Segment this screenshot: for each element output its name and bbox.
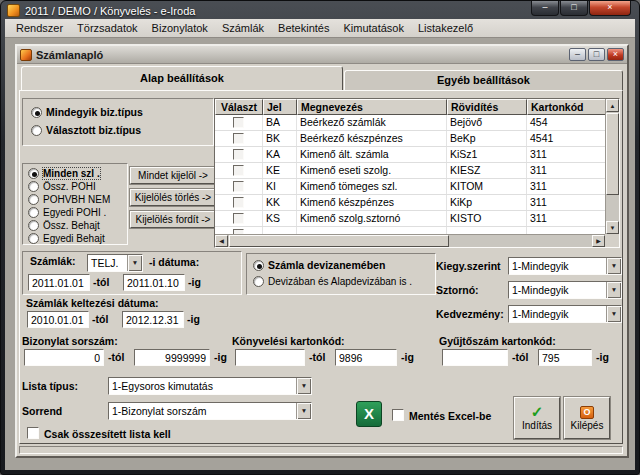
menu-rendszer[interactable]: Rendszer [9,20,70,36]
chevron-down-icon: ▼ [296,378,311,394]
dialog-close-icon[interactable]: × [607,48,624,61]
horizontal-scroll-thumb[interactable] [229,235,449,247]
close-icon[interactable]: × [589,1,631,16]
cell-kartonkod: 311 [527,195,605,210]
tab-alap-beallitasok[interactable]: Alap beállítások [21,66,343,90]
table-row[interactable] [215,227,605,234]
table-row[interactable]: KK Kimenő készpénzes KiKp 311 [215,195,605,211]
row-select-cell [215,115,263,130]
kilepes-button[interactable]: O Kilépés [564,397,610,439]
table-row[interactable]: KS Kimenő szolg.sztornó KISTO 311 [215,211,605,227]
table-row[interactable]: BA Beérkező számlák Bejövő 454 [215,115,605,131]
maximize-icon[interactable]: □ [560,1,588,16]
mindet-kijelol-button[interactable]: Mindet kijelöl -> [130,167,216,184]
menu-kimutatasok[interactable]: Kimutatások [336,20,411,36]
chevron-down-icon: ▼ [606,306,621,322]
row-select-checkbox[interactable] [233,117,244,128]
cell-kartonkod: 311 [527,211,605,226]
menu-listakezelo[interactable]: Listakezelő [411,20,480,36]
radio-szamla-devizaneme[interactable]: Számla devizanemében [253,259,385,271]
cell-megnevezes: Kimenő szolg.sztornó [297,211,447,226]
dialog-title-bar[interactable]: Számlanapló – □ × [17,46,627,64]
menu-szamlak[interactable]: Számlák [215,20,271,36]
radio-button-icon [31,125,42,136]
table-header-rovidites[interactable]: Rövidítés [447,99,527,115]
tab-egyeb-beallitasok[interactable]: Egyéb beállítások [344,70,623,90]
cell-rovidites: KITOM [447,179,527,194]
radio-valasztott-biztipus[interactable]: Választott biz.típus [31,124,141,136]
gyujtoszam-tol-input[interactable] [442,349,508,366]
scroll-down-icon[interactable]: ▼ [606,221,619,234]
vertical-scrollbar[interactable]: ▲ ▼ [605,99,619,234]
keltezes-ig-input[interactable] [122,311,184,328]
minimize-icon[interactable]: – [531,1,559,16]
table-header-valaszt[interactable]: Választ [215,99,263,115]
gyujtoszam-ig-input[interactable] [538,349,592,366]
row-select-checkbox[interactable] [233,197,244,208]
scroll-left-icon[interactable]: ◀ [215,235,228,247]
mentes-excel-checkbox[interactable] [392,409,404,421]
table-row[interactable]: KE Kimenő eseti szolg. KIESZ 311 [215,163,605,179]
cell-rovidites: KISTO [447,211,527,226]
radio-label: Minden szl . [43,168,100,179]
table-header-kartonkod[interactable]: Kartonkód [527,99,605,115]
sztorno-dropdown[interactable]: 1-Mindegyik ▼ [508,281,622,299]
row-select-checkbox[interactable] [233,165,244,176]
scroll-right-icon[interactable]: ▶ [592,235,605,247]
title-bar[interactable]: 2011 / DEMO / Könyvelés - e-Iroda – □ × [1,1,639,19]
gyujtoszam-kartonkod-label: Gyűjtőszám kartonkód: [439,335,556,347]
table-header-megnevezes[interactable]: Megnevezés [297,99,447,115]
kiegy-szerint-dropdown[interactable]: 1-Mindegyik ▼ [508,257,622,275]
row-select-checkbox[interactable] [233,133,244,144]
radio-egyedi-behajt[interactable]: Egyedi Behajt [28,233,105,244]
osszesitett-label: Csak összesített lista kell [44,428,171,440]
bizonylat-tol-input[interactable] [24,349,104,366]
row-select-cell [215,227,263,234]
radio-devizaban-es-alapdevizaban[interactable]: Devizában és Alapdevizában is . [253,276,412,287]
table-row[interactable]: KA Kimenő ált. számla KiSz1 311 [215,147,605,163]
radio-button-icon [28,207,39,218]
row-select-checkbox[interactable] [233,213,244,224]
szamlak-datum-ig-input[interactable] [123,274,185,291]
dialog-minimize-icon[interactable]: – [569,48,586,61]
row-select-checkbox[interactable] [233,181,244,192]
dialog-window-controls: – □ × [569,48,624,61]
dialog-maximize-icon[interactable]: □ [588,48,605,61]
dropdown-value: 1-Mindegyik [512,284,569,296]
szamlak-tipus-dropdown[interactable]: TELJ. ▼ [87,254,143,272]
radio-button-icon [253,276,264,287]
table-row[interactable]: KI Kimenő tömeges szl. KITOM 311 [215,179,605,195]
szamlak-datum-group: Számlák: TELJ. ▼ -i dátuma: -tól -ig [22,251,242,295]
konyvelesi-tol-input[interactable] [235,349,305,366]
radio-minden-szl[interactable]: Minden szl . [28,168,100,179]
kijeloles-torles-button[interactable]: Kijelölés törlés -> [130,189,216,206]
radio-ossz-pohi[interactable]: Össz. POHI [28,181,96,192]
lista-tipus-dropdown[interactable]: 1-Egysoros kimutatás ▼ [108,377,312,395]
inditas-button[interactable]: ✓ Indítás [514,397,560,439]
radio-mindegyik-biztipus[interactable]: Mindegyik biz.típus [31,106,143,118]
menu-torzsadatok[interactable]: Törzsadatok [70,20,145,36]
radio-egyedi-pohi[interactable]: Egyedi POHI . [28,207,106,218]
konyvelesi-ig-input[interactable] [335,349,397,366]
row-select-checkbox[interactable] [233,149,244,160]
table-header-jel[interactable]: Jel [263,99,297,115]
menu-bizonylatok[interactable]: Bizonylatok [145,20,215,36]
kijeloles-fordit-button[interactable]: Kijelölés fordít -> [130,211,216,228]
horizontal-scrollbar[interactable]: ◀ ▶ [215,234,605,247]
radio-pohvbh-nem[interactable]: POHVBH NEM [28,194,110,205]
osszesitett-checkbox[interactable] [27,427,39,439]
menu-betekintes[interactable]: Betekintés [271,20,336,36]
tab-page: Mindegyik biz.típus Választott biz.típus… [19,90,623,444]
sorrend-dropdown[interactable]: 1-Bizonylat sorszám ▼ [108,402,312,420]
bizonylat-ig-input[interactable] [134,349,210,366]
keltezes-tol-input[interactable] [27,311,89,328]
scroll-up-icon[interactable]: ▲ [606,99,619,112]
kedvezmeny-dropdown[interactable]: 1-Mindegyik ▼ [508,305,622,323]
dropdown-value: 1-Bizonylat sorszám [112,405,207,417]
dropdown-value: 1-Egysoros kimutatás [112,380,213,392]
szamlak-datum-tol-input[interactable] [28,274,90,291]
table-row[interactable]: BK Beérkező készpénzes BeKp 4541 [215,131,605,147]
radio-ossz-behajt[interactable]: Össz. Behajt [28,220,100,231]
vertical-scroll-thumb[interactable] [606,113,619,195]
sztorno-label: Sztornó: [436,284,479,296]
